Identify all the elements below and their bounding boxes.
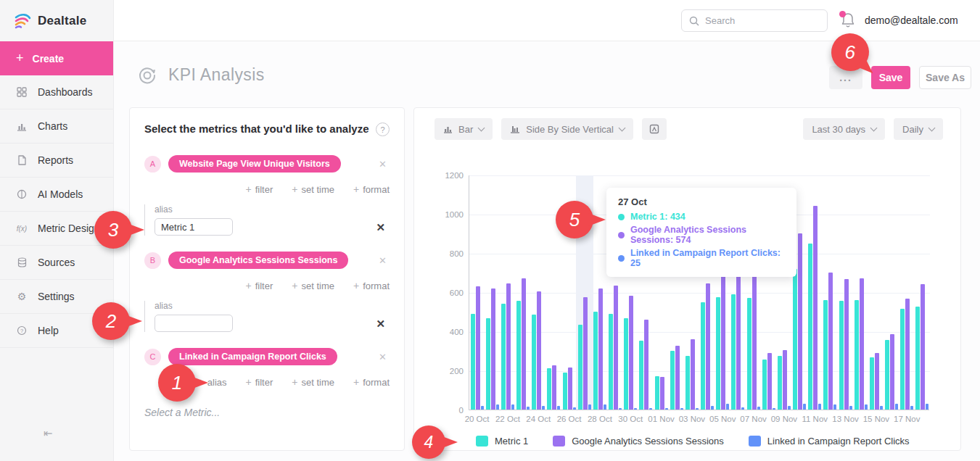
bar[interactable]	[476, 286, 480, 410]
format-link[interactable]: +format	[353, 280, 390, 291]
bar[interactable]	[783, 350, 787, 410]
bar[interactable]	[860, 278, 864, 410]
bar-group-22-oct[interactable]	[500, 175, 515, 410]
legend-item-google-analytics[interactable]: Google Analytics Sessions Sessions	[553, 436, 724, 447]
bar[interactable]	[696, 408, 699, 410]
bar[interactable]	[675, 346, 680, 410]
brand-logo[interactable]: Dealtale	[0, 0, 114, 41]
export-image-button[interactable]	[642, 118, 667, 140]
bar[interactable]	[798, 233, 802, 410]
bar[interactable]	[655, 376, 659, 410]
alias-input-metric-a[interactable]	[155, 218, 233, 236]
save-as-button[interactable]: Save As	[919, 66, 971, 89]
bar[interactable]	[828, 273, 833, 410]
bar[interactable]	[583, 297, 588, 410]
remove-alias-icon[interactable]: ✕	[376, 221, 390, 236]
metric-pill[interactable]: Google Analytics Sessions Sessions	[168, 252, 348, 269]
bar[interactable]	[711, 406, 714, 410]
bar[interactable]	[624, 318, 628, 410]
sidebar-item-sources[interactable]: Sources	[0, 246, 113, 280]
bar[interactable]	[890, 334, 894, 410]
bar[interactable]	[865, 404, 868, 410]
bar[interactable]	[880, 406, 883, 410]
bar-group-23-oct[interactable]	[516, 175, 531, 410]
bar-group-15-nov[interactable]	[868, 175, 884, 410]
bar[interactable]	[921, 284, 925, 410]
metric-pill[interactable]: Linked in Campaign Report Clicks	[168, 348, 337, 365]
bar[interactable]	[588, 404, 591, 410]
bar-group-24-oct[interactable]	[531, 175, 546, 410]
bar[interactable]	[813, 206, 818, 410]
bar[interactable]	[496, 404, 499, 410]
metric-pill[interactable]: Website Page View Unique Visitors	[168, 155, 341, 173]
set-time-link[interactable]: +set time	[292, 280, 334, 291]
bar[interactable]	[501, 304, 506, 410]
bar[interactable]	[532, 315, 536, 410]
bar[interactable]	[563, 373, 567, 410]
bar[interactable]	[716, 297, 720, 410]
bar[interactable]	[721, 254, 725, 410]
bar[interactable]	[731, 294, 736, 410]
chart-type-dropdown[interactable]: Bar	[435, 118, 493, 140]
bar[interactable]	[849, 406, 852, 410]
bar[interactable]	[557, 406, 560, 410]
granularity-dropdown[interactable]: Daily	[894, 118, 943, 140]
bar-group-18-nov[interactable]	[915, 175, 930, 410]
bar[interactable]	[568, 367, 572, 410]
bar[interactable]	[741, 407, 744, 410]
bar[interactable]	[644, 320, 648, 410]
bar[interactable]	[547, 368, 551, 410]
bar[interactable]	[757, 407, 760, 410]
bar[interactable]	[552, 365, 556, 410]
filter-link[interactable]: +filter	[246, 183, 273, 195]
search-input[interactable]	[705, 15, 814, 26]
bar[interactable]	[726, 404, 729, 410]
sidebar-item-ai-models[interactable]: AI Models	[0, 178, 113, 212]
bar[interactable]	[629, 296, 633, 410]
bar[interactable]	[895, 404, 898, 410]
help-circle-icon[interactable]: ?	[376, 122, 390, 136]
set-time-link[interactable]: +set time	[292, 183, 334, 195]
bar[interactable]	[788, 406, 791, 410]
remove-metric-icon[interactable]: ✕	[376, 350, 390, 364]
remove-metric-icon[interactable]: ✕	[376, 157, 390, 171]
bar-group-12-nov[interactable]	[823, 175, 838, 410]
sidebar-item-create[interactable]: + Create	[0, 41, 113, 75]
filter-link[interactable]: +filter	[246, 376, 273, 388]
bar[interactable]	[511, 404, 514, 410]
bar[interactable]	[767, 353, 772, 410]
remove-metric-icon[interactable]: ✕	[376, 254, 390, 267]
set-time-link[interactable]: +set time	[292, 376, 334, 388]
bar-group-20-oct[interactable]	[469, 175, 485, 410]
bar[interactable]	[706, 283, 710, 410]
bar-group-17-nov[interactable]	[899, 175, 915, 410]
bar[interactable]	[604, 404, 606, 410]
bar[interactable]	[905, 299, 910, 410]
bar[interactable]	[910, 406, 913, 410]
bar[interactable]	[619, 408, 622, 410]
bar[interactable]	[598, 288, 603, 410]
bar[interactable]	[593, 312, 598, 410]
bar[interactable]	[855, 300, 859, 410]
sidebar-collapse-icon[interactable]: ⇤	[44, 427, 53, 440]
bar[interactable]	[537, 291, 541, 410]
remove-alias-icon[interactable]: ✕	[376, 317, 390, 332]
legend-item-linkedin[interactable]: Linked in Campaign Report Clicks	[749, 436, 910, 447]
bar[interactable]	[885, 340, 889, 410]
bar[interactable]	[522, 278, 526, 410]
bar-group-13-nov[interactable]	[838, 175, 853, 410]
search-box[interactable]	[681, 9, 828, 32]
bar-group-28-oct[interactable]	[592, 175, 607, 410]
bar[interactable]	[506, 283, 511, 410]
bar[interactable]	[634, 408, 637, 410]
bar[interactable]	[685, 356, 690, 410]
bar[interactable]	[660, 377, 664, 410]
bar[interactable]	[833, 404, 836, 410]
bar[interactable]	[680, 408, 683, 410]
bar[interactable]	[870, 357, 874, 410]
bar[interactable]	[762, 360, 767, 410]
bar[interactable]	[747, 298, 752, 410]
bar[interactable]	[516, 301, 521, 410]
bar[interactable]	[471, 314, 475, 410]
sidebar-item-dashboards[interactable]: Dashboards	[0, 75, 113, 109]
